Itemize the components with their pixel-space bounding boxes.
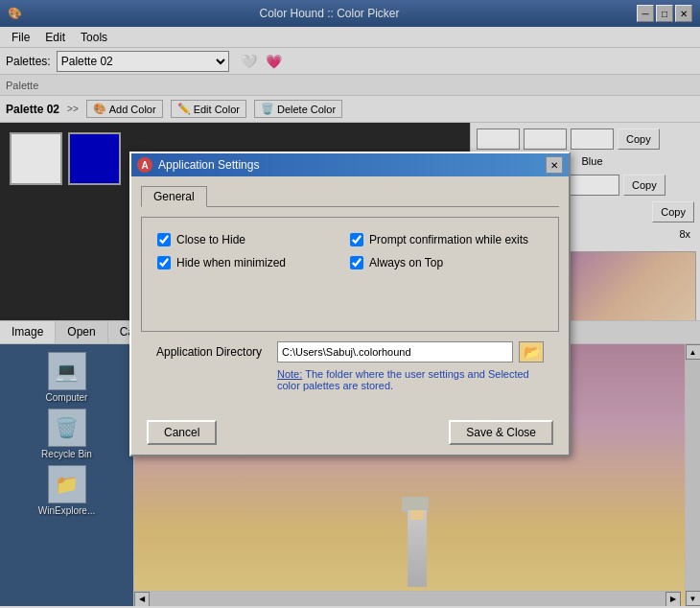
app-dir-section: Application Directory 📂 Note: The folder… <box>141 332 559 401</box>
dialog-close-button[interactable]: ✕ <box>546 156 563 174</box>
save-close-button[interactable]: Save & Close <box>449 420 553 445</box>
dialog-app-icon: A <box>137 157 152 173</box>
note-underline: Note: <box>277 368 302 380</box>
dialog-content: General Close to Hide Prompt confirmatio… <box>131 176 569 410</box>
close-to-hide-checkbox[interactable] <box>157 233 171 246</box>
app-dir-input[interactable] <box>277 341 513 362</box>
app-dir-label: Application Directory <box>156 345 271 359</box>
dialog-title-text: Application Settings <box>158 158 259 172</box>
hide-minimized-label: Hide when minimized <box>176 256 286 269</box>
prompt-confirmation-row: Prompt confirmation while exits <box>350 233 543 246</box>
dialog-footer: Cancel Save & Close <box>131 410 569 455</box>
close-to-hide-row: Close to Hide <box>157 233 350 246</box>
prompt-confirmation-label: Prompt confirmation while exits <box>369 233 528 246</box>
application-settings-dialog: A Application Settings ✕ General Close t… <box>129 152 571 456</box>
always-on-top-checkbox[interactable] <box>350 256 363 269</box>
note-content: The folder where the user settings and S… <box>277 368 529 391</box>
checkboxes-grid: Close to Hide Prompt confirmation while … <box>157 233 543 279</box>
dialog-tab-bar: General <box>141 186 559 207</box>
browse-folder-button[interactable]: 📂 <box>519 341 544 362</box>
hide-minimized-row: Hide when minimized <box>157 256 350 269</box>
cancel-button[interactable]: Cancel <box>147 420 217 445</box>
close-to-hide-label: Close to Hide <box>176 233 245 246</box>
dialog-tab-general[interactable]: General <box>141 186 207 207</box>
dialog-title-bar: A Application Settings ✕ <box>131 153 569 176</box>
note-text: Note: The folder where the user settings… <box>277 368 544 391</box>
dialog-body: Close to Hide Prompt confirmation while … <box>141 217 559 332</box>
dialog-title-left: A Application Settings <box>137 157 259 173</box>
modal-overlay: A Application Settings ✕ General Close t… <box>0 0 700 608</box>
prompt-confirmation-checkbox[interactable] <box>350 233 363 246</box>
hide-minimized-checkbox[interactable] <box>157 256 171 269</box>
always-on-top-label: Always on Top <box>369 256 443 269</box>
app-dir-row: Application Directory 📂 <box>156 341 544 362</box>
always-on-top-row: Always on Top <box>350 256 543 269</box>
